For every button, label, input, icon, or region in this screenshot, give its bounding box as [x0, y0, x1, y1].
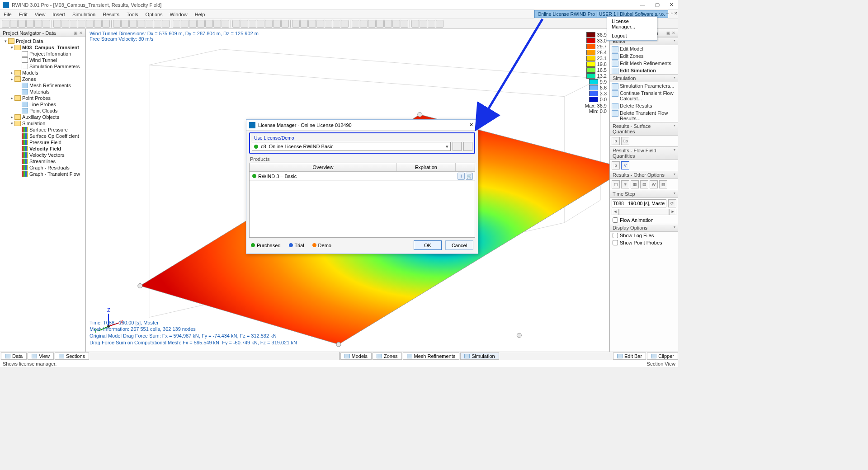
toolbar-button[interactable]	[384, 20, 392, 28]
menu-view[interactable]: View	[31, 11, 49, 18]
toolbar-button[interactable]	[2, 20, 9, 28]
toolbar-button[interactable]	[436, 20, 443, 28]
toolbar-button[interactable]	[401, 20, 408, 28]
toolbar-button[interactable]	[213, 20, 221, 28]
toolbar-button[interactable]	[232, 20, 240, 28]
tab-data[interactable]: Data	[1, 352, 27, 360]
menu-help[interactable]: Help	[191, 11, 209, 18]
edit-zones[interactable]: Edit Zones	[610, 52, 678, 60]
toolbar-button[interactable]	[411, 20, 419, 28]
toolbar-button[interactable]	[102, 20, 110, 28]
opt-3[interactable]: ▦	[631, 180, 639, 188]
license-btn-1[interactable]	[453, 142, 462, 151]
toolbar-button[interactable]	[241, 20, 248, 28]
toolbar-button[interactable]	[173, 20, 180, 28]
license-combo[interactable]: c8 Online License RWIND Basic ▾	[252, 142, 451, 151]
menu-options[interactable]: Options	[142, 11, 166, 18]
toolbar-button[interactable]	[137, 20, 145, 28]
opt-1[interactable]: ◫	[612, 180, 620, 188]
menu-results[interactable]: Results	[99, 11, 123, 18]
menu-tools[interactable]: Tools	[123, 11, 142, 18]
timestep-refresh[interactable]: ⟳	[668, 199, 676, 207]
show-log-check[interactable]	[613, 233, 618, 238]
license-btn-2[interactable]	[463, 142, 472, 151]
toolbar-button[interactable]	[333, 20, 340, 28]
timestep-next[interactable]: ►	[669, 209, 676, 215]
toolbar-button[interactable]	[70, 20, 77, 28]
toolbar-button[interactable]	[308, 20, 316, 28]
opt-6[interactable]: ▥	[659, 180, 667, 188]
show-probes-check[interactable]	[613, 240, 618, 245]
menu-file[interactable]: File	[0, 11, 15, 18]
cancel-button[interactable]: Cancel	[445, 240, 473, 250]
toolbar-button[interactable]	[368, 20, 376, 28]
toolbar-button[interactable]	[78, 20, 85, 28]
minimize-button[interactable]: —	[638, 2, 647, 8]
ok-button[interactable]: OK	[414, 240, 442, 250]
dialog-close[interactable]: ✕	[467, 122, 475, 128]
tab-models[interactable]: Models	[340, 352, 372, 360]
toolbar-button[interactable]	[121, 20, 129, 28]
edit-model[interactable]: Edit Model	[610, 45, 678, 52]
toolbar-button[interactable]	[86, 20, 94, 28]
surface-p-button[interactable]: p	[612, 137, 620, 145]
product-row[interactable]: RWIND 3 – Basic i 🛒	[250, 172, 475, 181]
tab-simulation[interactable]: Simulation	[460, 352, 499, 360]
tab-clipper[interactable]: Clipper	[647, 352, 678, 360]
edit-mesh-refinements[interactable]: Edit Mesh Refinements	[610, 60, 678, 67]
delete-transient-results[interactable]: Delete Transient Flow Results...	[610, 109, 678, 122]
toolbar-button[interactable]	[18, 20, 26, 28]
toolbar-button[interactable]	[249, 20, 256, 28]
toolbar-button[interactable]	[292, 20, 300, 28]
delete-results[interactable]: Delete Results	[610, 102, 678, 109]
menu-simulation[interactable]: Simulation	[69, 11, 99, 18]
opt-2[interactable]: ≋	[621, 180, 629, 188]
toolbar-button[interactable]	[300, 20, 308, 28]
menu-window[interactable]: Window	[166, 11, 191, 18]
tab-view[interactable]: View	[28, 352, 54, 360]
toolbar-button[interactable]	[257, 20, 264, 28]
toolbar-button[interactable]	[420, 20, 427, 28]
toolbar-button[interactable]	[376, 20, 384, 28]
toolbar-button[interactable]	[42, 20, 50, 28]
cart-icon[interactable]: 🛒	[466, 173, 473, 180]
toolbar-button[interactable]	[189, 20, 197, 28]
toolbar-button[interactable]	[10, 20, 18, 28]
tab-mesh-refinements[interactable]: Mesh Refinements	[403, 352, 460, 360]
tab-edit-bar[interactable]: Edit Bar	[613, 352, 646, 360]
toolbar-button[interactable]	[129, 20, 137, 28]
maximize-button[interactable]: ▢	[653, 2, 661, 8]
field-p-button[interactable]: p	[612, 161, 620, 169]
logout-item[interactable]: Logout	[607, 31, 657, 40]
toolbar-button[interactable]	[392, 20, 400, 28]
toolbar-button[interactable]	[94, 20, 102, 28]
toolbar-button[interactable]	[162, 20, 170, 28]
simulation-parameters[interactable]: Simulation Parameters...	[610, 82, 678, 89]
toolbar-button[interactable]	[154, 20, 161, 28]
toolbar-button[interactable]	[273, 20, 281, 28]
toolbar-button[interactable]	[34, 20, 42, 28]
timestep-prev[interactable]: ◄	[612, 209, 619, 215]
toolbar-button[interactable]	[113, 20, 121, 28]
field-v-button[interactable]: V	[621, 161, 629, 169]
toolbar-button[interactable]	[316, 20, 324, 28]
opt-5[interactable]: W	[650, 180, 658, 188]
menu-edit[interactable]: Edit	[15, 11, 31, 18]
toolbar-button[interactable]	[428, 20, 435, 28]
timestep-select[interactable]	[612, 199, 666, 207]
menu-insert[interactable]: Insert	[49, 11, 69, 18]
toolbar-button[interactable]	[181, 20, 189, 28]
flow-animation-check[interactable]	[613, 217, 618, 223]
toolbar-button[interactable]	[360, 20, 368, 28]
toolbar-button[interactable]	[341, 20, 349, 28]
surface-cp-button[interactable]: Cp	[621, 137, 629, 145]
toolbar-button[interactable]	[325, 20, 332, 28]
toolbar-button[interactable]	[265, 20, 273, 28]
edit-simulation[interactable]: Edit Simulation	[610, 67, 678, 74]
toolbar-button[interactable]	[26, 20, 34, 28]
continue-transient[interactable]: Continue Transient Flow Calculat...	[610, 89, 678, 102]
info-icon[interactable]: i	[458, 173, 465, 180]
toolbar-button[interactable]	[197, 20, 205, 28]
toolbar-button[interactable]	[222, 20, 229, 28]
close-button[interactable]: ✕	[668, 2, 675, 8]
